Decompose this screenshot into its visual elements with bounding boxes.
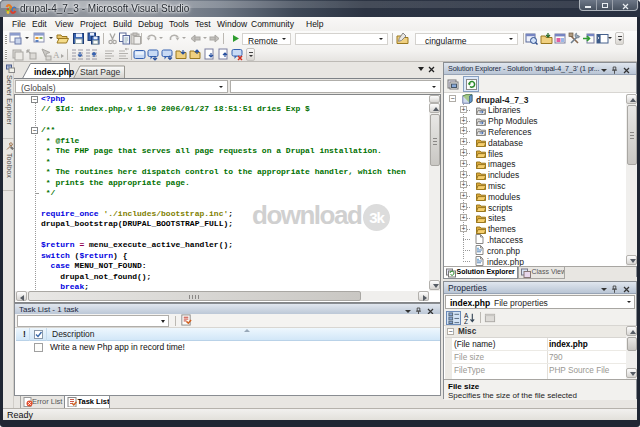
svg-text:Z: Z <box>464 318 468 324</box>
svg-text:A: A <box>53 50 60 60</box>
